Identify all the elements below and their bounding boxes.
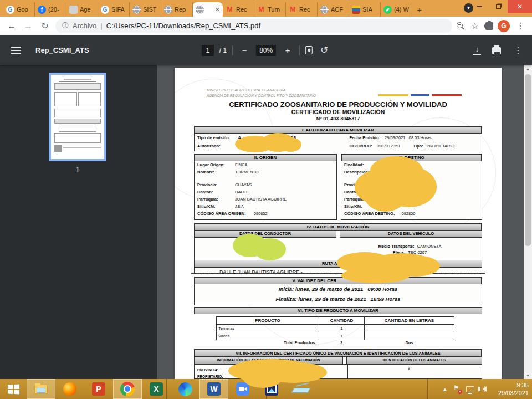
document-page: MINISTERIO DE AGRICULTURA Y GANADERÍA AG… — [175, 68, 502, 379]
url-prefix: Archivo — [73, 22, 96, 30]
excel-button[interactable]: X — [142, 379, 171, 399]
download-button[interactable]: ↓ — [473, 46, 481, 55]
scrollbar-thumb[interactable] — [525, 74, 531, 246]
file-explorer-button[interactable] — [27, 379, 55, 399]
product-totals: Total Productos: 2 Dos — [216, 340, 454, 345]
edge-button[interactable] — [171, 379, 200, 399]
tab-gmail-rec2[interactable]: MRec — [286, 2, 318, 17]
clock-date: 29/03/2021 — [498, 389, 529, 397]
page-number-input[interactable]: 1 — [202, 45, 214, 56]
section5-header: V. VALIDEZ DEL CER(CSMI) — [195, 277, 482, 284]
minimize-icon — [477, 6, 482, 7]
restore-icon — [496, 4, 501, 9]
section-movilizacion: IV. DATOS DE MOVILIZACIÓN DATOS DEL COND… — [194, 223, 482, 274]
back-icon[interactable]: ← — [6, 21, 18, 31]
volume-icon[interactable] — [480, 386, 487, 392]
tab-whatsapp[interactable]: (4) W — [381, 2, 412, 17]
tab-rep[interactable]: Rep — [161, 2, 193, 17]
ruta-header: RUTA A SEGUIR — [195, 260, 482, 268]
windows-taskbar: P X W ▲ 9:35 29/03/2021 — [0, 379, 532, 399]
vertical-scrollbar[interactable]: ▲ ▼ — [524, 65, 532, 379]
pdf-more-options-icon[interactable]: ⋮ — [512, 45, 524, 55]
vacunacion-data: PROVINCIA: PROPIETARIO: — [195, 365, 347, 379]
extensions-icon[interactable] — [485, 22, 493, 30]
pdf-menu-icon[interactable] — [11, 45, 21, 56]
print-button[interactable] — [492, 47, 501, 54]
page-thumbnail[interactable] — [49, 73, 106, 161]
generic-favicon — [69, 6, 78, 14]
url-field[interactable]: ⓘ Archivo | C:/Users/PC-11/Downloads/Rep… — [55, 19, 452, 33]
section-autorizado: I. AUTORIZADO PARA MOVILIZAR Tipo de emi… — [194, 126, 482, 151]
tab-sia[interactable]: SIA — [349, 2, 381, 17]
edge-icon — [178, 382, 192, 396]
tab-google[interactable]: GGoo — [3, 2, 35, 17]
zoom-out-button[interactable]: − — [238, 45, 250, 55]
section-origen: II. ORIGEN Lugar Origen:FINCA Nombre:TOR… — [194, 154, 337, 220]
pdf-toolbar: Rep_CSMI_ATS 1 / 1 − 80% + ↺ ↓ ⋮ — [0, 35, 532, 65]
tab-gmail-rec1[interactable]: MRec — [223, 2, 254, 17]
chrome-button[interactable] — [113, 379, 142, 399]
tab-close-icon[interactable]: ✕ — [215, 6, 220, 13]
photos-app-button[interactable] — [257, 379, 286, 399]
clock-time: 9:35 — [498, 381, 529, 389]
section6-header: VI. TIPO DE PRODUCTO A MOVILIZAR — [194, 307, 482, 314]
zoom-indicator-icon[interactable] — [457, 22, 464, 30]
network-icon[interactable] — [466, 386, 474, 392]
bookmark-star-icon[interactable]: ☆ — [469, 21, 481, 31]
scanner-app-button[interactable] — [286, 379, 315, 399]
vehiculo-data: Medio Transporte:CAMIONETA Placa:TBC-020… — [338, 238, 482, 260]
tray-expand-icon[interactable]: ▲ — [442, 386, 448, 392]
zoom-app-button[interactable] — [228, 379, 257, 399]
section3-header: III. DESTINO — [341, 154, 482, 161]
gmail-favicon: M — [289, 6, 297, 14]
product-table: PRODUCTO CANTIDAD CANTIDAD EN LETRAS Ter… — [216, 316, 454, 340]
gmail-favicon: M — [226, 6, 234, 14]
section-vacunacion: VII. INFORMACIÓN DEL CERTIFICADO ÚNICO D… — [194, 349, 482, 379]
photos-icon — [265, 382, 278, 396]
scroll-down-icon[interactable]: ▼ — [524, 371, 532, 379]
browser-menu-icon[interactable]: ⋮ — [514, 21, 526, 31]
col-letras: CANTIDAD EN LETRAS — [365, 317, 454, 324]
section-validez: V. VALIDEZ DEL CER(CSMI) Inicia: lunes, … — [194, 277, 482, 305]
tab-gmail-turn[interactable]: MTurn — [254, 2, 286, 17]
dashed-separator — [191, 273, 485, 274]
taskbar-clock[interactable]: 9:35 29/03/2021 — [498, 381, 529, 397]
vacunacion-header: INFORMACIÓN DEL CERTIFICADO ÚNICO DE VAC… — [195, 357, 342, 364]
window-controls: ✕ — [470, 0, 532, 13]
section4-header: IV. DATOS DE MOVILIZACIÓN — [195, 223, 482, 231]
zoom-in-button[interactable]: + — [282, 45, 294, 55]
minimize-button[interactable] — [470, 0, 489, 13]
scanner-icon — [293, 384, 308, 394]
tab-active-pdf[interactable]: ✕ — [193, 2, 223, 17]
toolbar-divider — [232, 45, 233, 55]
gmail-favicon: M — [257, 6, 265, 14]
close-button[interactable]: ✕ — [508, 0, 532, 13]
tab-facebook[interactable]: f(20- — [35, 2, 66, 17]
tab-age[interactable]: Age — [66, 2, 98, 17]
profile-avatar[interactable]: G — [498, 20, 510, 32]
scroll-up-icon[interactable]: ▲ — [524, 65, 532, 73]
reload-icon[interactable]: ↻ — [39, 21, 51, 31]
fit-to-page-button[interactable] — [305, 46, 313, 54]
start-button[interactable] — [0, 379, 27, 399]
tab-acf[interactable]: ACF — [318, 2, 349, 17]
action-center-flag-icon[interactable] — [453, 386, 461, 393]
firefox-icon — [63, 382, 76, 396]
section-destino: III. DESTINO Finalidad:F Descripción: Pr… — [341, 154, 482, 220]
chrome-icon — [120, 382, 135, 396]
globe-favicon — [164, 6, 172, 14]
new-tab-button[interactable]: + — [412, 2, 427, 17]
rotate-button[interactable]: ↺ — [318, 44, 330, 56]
firefox-button[interactable] — [55, 379, 84, 399]
restore-button[interactable] — [489, 0, 508, 13]
forward-icon[interactable]: → — [22, 21, 34, 31]
zoom-level-input[interactable]: 80% — [256, 45, 276, 56]
tab-sist[interactable]: SIST — [130, 2, 161, 17]
excel-icon: X — [150, 382, 163, 396]
section7-header: VII. INFORMACIÓN DEL CERTIFICADO ÚNICO D… — [195, 350, 482, 357]
info-icon[interactable]: ⓘ — [62, 21, 69, 30]
word-button[interactable]: W — [200, 379, 228, 399]
powerpoint-button[interactable]: P — [84, 379, 113, 399]
address-bar: ← → ↻ ⓘ Archivo | C:/Users/PC-11/Downloa… — [0, 17, 532, 35]
tab-sifa[interactable]: GSIFA — [98, 2, 130, 17]
